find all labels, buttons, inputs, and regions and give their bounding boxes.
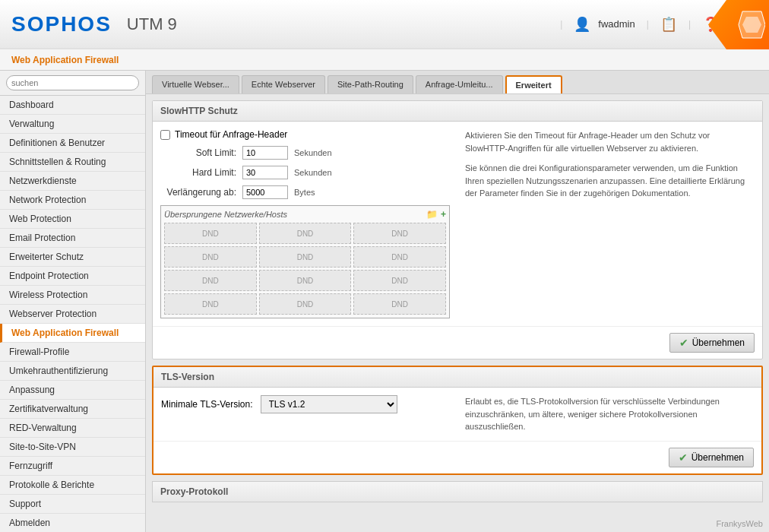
sidebar-item-erweiterter[interactable]: Erweiterter Schutz bbox=[0, 248, 145, 267]
slowhttp-description: Aktivieren Sie den Timeout für Anfrage-H… bbox=[465, 129, 755, 318]
tls-desc: Erlaubt es, die TLS-Protokollversion für… bbox=[465, 395, 754, 433]
hard-limit-unit: Sekunden bbox=[294, 168, 332, 177]
dnd-cell: DND bbox=[353, 246, 446, 268]
tls-version-select[interactable]: TLS v1.0 TLS v1.1 TLS v1.2 TLS v1.3 bbox=[261, 395, 397, 413]
slowhttp-apply-row: ✔ Übernehmen bbox=[153, 326, 762, 359]
verlaengerung-row: Verlängerung ab: Bytes bbox=[160, 185, 450, 199]
dnd-cell: DND bbox=[353, 270, 446, 291]
sidebar-item-email-protection[interactable]: Email Protection bbox=[0, 229, 145, 248]
main-content: Virtuelle Webser... Echte Webserver Site… bbox=[146, 71, 769, 532]
hard-limit-label: Hard Limit: bbox=[160, 167, 236, 178]
watermark: FrankysWeb bbox=[716, 519, 763, 528]
add-icon[interactable]: + bbox=[441, 209, 446, 220]
sophos-logo: SOPHOS bbox=[11, 12, 112, 36]
sidebar-item-wireless[interactable]: Wireless Protection bbox=[0, 286, 145, 305]
separator2: | bbox=[647, 19, 649, 30]
timeout-checkbox[interactable] bbox=[160, 130, 170, 140]
sidebar-item-firewall-profile[interactable]: Firewall-Profile bbox=[0, 343, 145, 362]
tls-min-label: Minimale TLS-Version: bbox=[161, 399, 253, 410]
dnd-cell: DND bbox=[259, 270, 352, 291]
sidebar-item-definitionen[interactable]: Definitionen & Benutzer bbox=[0, 134, 145, 153]
sidebar-items: DashboardVerwaltungDefinitionen & Benutz… bbox=[0, 96, 145, 532]
tls-version-row: Minimale TLS-Version: TLS v1.0 TLS v1.1 … bbox=[161, 395, 450, 413]
hard-limit-row: Hard Limit: Sekunden bbox=[160, 166, 450, 179]
soft-limit-unit: Sekunden bbox=[294, 148, 332, 157]
sidebar-item-network-protection[interactable]: Network Protection bbox=[0, 191, 145, 210]
logo-area: SOPHOS UTM 9 bbox=[11, 12, 177, 36]
breadcrumb-bar: Web Application Firewall bbox=[0, 49, 769, 71]
slowhttp-desc-p1: Aktivieren Sie den Timeout für Anfrage-H… bbox=[465, 129, 755, 154]
checkmark-icon: ✔ bbox=[679, 337, 688, 349]
dnd-cell: DND bbox=[353, 293, 446, 315]
soft-limit-input[interactable] bbox=[242, 146, 288, 160]
sidebar-item-verwaltung[interactable]: Verwaltung bbox=[0, 115, 145, 134]
sidebar-item-fernzugriff[interactable]: Fernzugriff bbox=[0, 457, 145, 476]
sidebar-item-schnittstellen[interactable]: Schnittstellen & Routing bbox=[0, 153, 145, 172]
main-layout: DashboardVerwaltungDefinitionen & Benutz… bbox=[0, 71, 769, 532]
sidebar: DashboardVerwaltungDefinitionen & Benutz… bbox=[0, 71, 146, 532]
folder-icon[interactable]: 📁 bbox=[426, 209, 438, 220]
sidebar-item-site-vpn[interactable]: Site-to-Site-VPN bbox=[0, 438, 145, 457]
sidebar-item-anpassung[interactable]: Anpassung bbox=[0, 381, 145, 400]
tls-apply-row: ✔ Übernehmen bbox=[153, 441, 761, 473]
sidebar-item-protokolle[interactable]: Protokolle & Berichte bbox=[0, 476, 145, 495]
network-box: Übersprungene Netzwerke/Hosts 📁 + DND DN… bbox=[160, 205, 450, 318]
svg-marker-1 bbox=[742, 17, 761, 33]
verlaengerung-label: Verlängerung ab: bbox=[160, 187, 236, 198]
tab-site-path[interactable]: Site-Path-Routing bbox=[328, 75, 413, 93]
tab-erweitert[interactable]: Erweitert bbox=[505, 75, 562, 93]
network-box-title: Übersprungene Netzwerke/Hosts bbox=[164, 210, 287, 219]
soft-limit-label: Soft Limit: bbox=[160, 147, 236, 158]
sidebar-item-zertifikat[interactable]: Zertifikatverwaltung bbox=[0, 400, 145, 419]
dnd-cell: DND bbox=[259, 246, 352, 268]
tls-apply-label: Übernehmen bbox=[691, 452, 744, 463]
dnd-cell: DND bbox=[164, 293, 257, 315]
tab-anfrage[interactable]: Anfrage-Umleitu... bbox=[416, 75, 503, 93]
slowhttp-desc-p2: Sie können die drei Konfigurationsparame… bbox=[465, 162, 755, 200]
sidebar-search-container bbox=[0, 71, 145, 96]
dnd-cell: DND bbox=[353, 223, 446, 244]
dnd-cell: DND bbox=[164, 270, 257, 291]
dnd-cell: DND bbox=[259, 293, 352, 315]
sidebar-item-endpoint[interactable]: Endpoint Protection bbox=[0, 267, 145, 286]
tls-apply-button[interactable]: ✔ Übernehmen bbox=[669, 448, 754, 467]
hard-limit-input[interactable] bbox=[242, 166, 288, 179]
tls-check-icon: ✔ bbox=[679, 451, 688, 464]
network-box-header: Übersprungene Netzwerke/Hosts 📁 + bbox=[164, 209, 446, 220]
slowhttp-panel-body: Timeout für Anfrage-Header Soft Limit: S… bbox=[153, 122, 762, 326]
sidebar-item-umkehr[interactable]: Umkehrauthentifizierung bbox=[0, 362, 145, 381]
user-icon: 👤 bbox=[574, 16, 590, 33]
search-input[interactable] bbox=[6, 75, 139, 90]
verlaengerung-input[interactable] bbox=[242, 185, 288, 199]
sidebar-item-webserver[interactable]: Webserver Protection bbox=[0, 305, 145, 324]
dnd-cell: DND bbox=[164, 246, 257, 268]
dnd-grid: DND DND DND DND DND DND DND DND DND DND bbox=[164, 223, 446, 315]
tls-panel: TLS-Version Minimale TLS-Version: TLS v1… bbox=[152, 366, 763, 475]
slowhttp-apply-button[interactable]: ✔ Übernehmen bbox=[669, 333, 755, 353]
dnd-cell: DND bbox=[259, 223, 352, 244]
tabs-bar: Virtuelle Webser... Echte Webserver Site… bbox=[146, 71, 769, 94]
slowhttp-panel: SlowHTTP Schutz Timeout für Anfrage-Head… bbox=[152, 100, 763, 359]
tls-panel-body: Minimale TLS-Version: TLS v1.0 TLS v1.1 … bbox=[153, 388, 761, 441]
breadcrumb-text: Web Application Firewall bbox=[11, 55, 119, 65]
sidebar-item-web-protection[interactable]: Web Protection bbox=[0, 210, 145, 229]
tls-form: Minimale TLS-Version: TLS v1.0 TLS v1.1 … bbox=[161, 395, 450, 433]
sidebar-item-abmelden[interactable]: Abmelden bbox=[0, 514, 145, 532]
tab-virtuelle[interactable]: Virtuelle Webser... bbox=[152, 75, 239, 93]
dnd-cell: DND bbox=[164, 223, 257, 244]
sidebar-item-waf[interactable]: Web Application Firewall bbox=[0, 324, 145, 343]
sidebar-item-dashboard[interactable]: Dashboard bbox=[0, 96, 145, 115]
sidebar-item-netzwerkdienste[interactable]: Netzwerkdienste bbox=[0, 172, 145, 191]
timeout-checkbox-row: Timeout für Anfrage-Header bbox=[160, 129, 450, 140]
separator: | bbox=[560, 19, 562, 30]
utm-subtitle: UTM 9 bbox=[127, 14, 177, 34]
tab-echte[interactable]: Echte Webserver bbox=[242, 75, 325, 93]
notes-icon[interactable]: 📋 bbox=[660, 16, 677, 33]
sidebar-item-red[interactable]: RED-Verwaltung bbox=[0, 419, 145, 438]
timeout-label: Timeout für Anfrage-Header bbox=[175, 129, 287, 140]
header: SOPHOS UTM 9 | 👤 fwadmin | 📋 | ❓ ↺ ⚙ bbox=[0, 0, 769, 49]
network-box-icons: 📁 + bbox=[426, 209, 446, 220]
sidebar-item-support[interactable]: Support bbox=[0, 495, 145, 514]
slowhttp-panel-header: SlowHTTP Schutz bbox=[153, 101, 762, 122]
slowhttp-apply-label: Übernehmen bbox=[692, 337, 745, 348]
